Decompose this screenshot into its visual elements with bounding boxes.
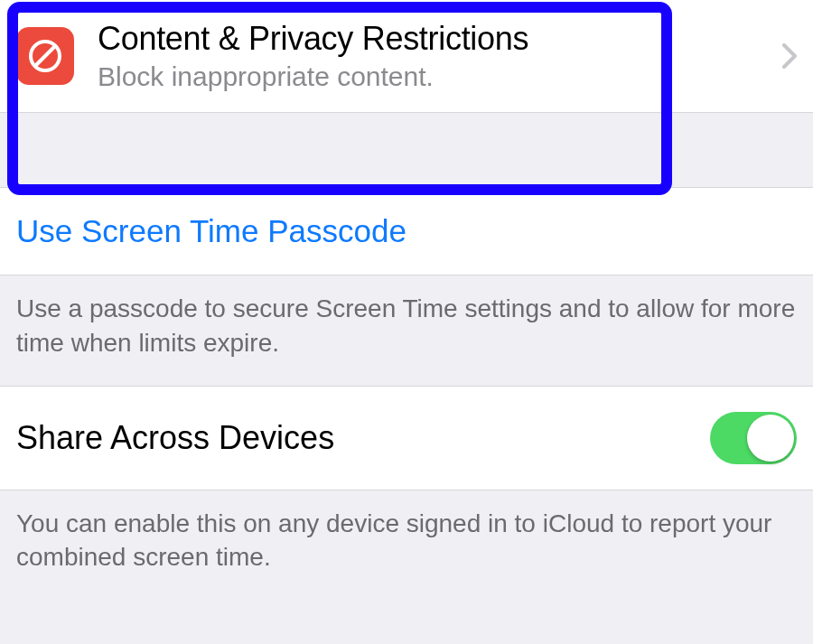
share-across-devices-row[interactable]: Share Across Devices [0,386,813,490]
restrictions-icon [16,27,74,85]
no-entry-icon [27,38,63,74]
content-privacy-restrictions-row[interactable]: Content & Privacy Restrictions Block ina… [0,0,813,113]
share-label: Share Across Devices [16,419,710,457]
passcode-footer-text: Use a passcode to secure Screen Time set… [0,275,813,386]
svg-line-1 [35,46,55,66]
chevron-right-icon [782,43,797,69]
restrictions-title: Content & Privacy Restrictions [98,20,773,58]
use-screen-time-passcode-row[interactable]: Use Screen Time Passcode [0,187,813,275]
passcode-link-label: Use Screen Time Passcode [16,213,406,248]
section-gap [0,113,813,187]
restrictions-subtitle: Block inappropriate content. [98,61,773,92]
share-footer-text: You can enable this on any device signed… [0,490,813,575]
share-toggle-switch[interactable] [710,412,797,464]
switch-knob [747,415,794,462]
row-text-container: Content & Privacy Restrictions Block ina… [98,20,773,92]
